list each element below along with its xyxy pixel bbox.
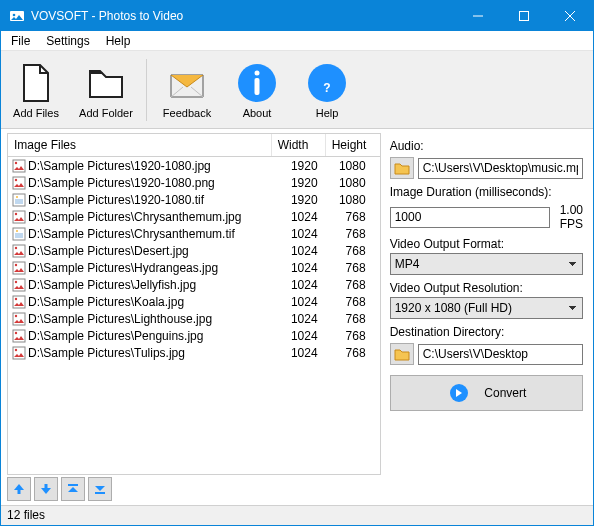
image-file-icon bbox=[12, 295, 26, 309]
col-height[interactable]: Height bbox=[326, 134, 380, 156]
browse-destination-button[interactable] bbox=[390, 343, 414, 365]
status-text: 12 files bbox=[7, 508, 45, 522]
image-file-icon bbox=[12, 193, 26, 207]
close-button[interactable] bbox=[547, 1, 593, 31]
file-height: 1080 bbox=[330, 159, 376, 173]
svg-text:?: ? bbox=[323, 81, 330, 95]
menubar: File Settings Help bbox=[1, 31, 593, 51]
arrow-right-icon bbox=[450, 384, 468, 402]
menu-settings[interactable]: Settings bbox=[38, 32, 97, 50]
titlebar: VOVSOFT - Photos to Video bbox=[1, 1, 593, 31]
browse-audio-button[interactable] bbox=[390, 157, 414, 179]
svg-rect-3 bbox=[520, 12, 529, 21]
menu-help[interactable]: Help bbox=[98, 32, 139, 50]
table-row[interactable]: D:\Sample Pictures\1920-1080.jpg19201080 bbox=[8, 157, 380, 174]
app-icon bbox=[9, 8, 25, 24]
svg-rect-23 bbox=[13, 245, 25, 257]
file-width: 1024 bbox=[282, 278, 330, 292]
file-height: 768 bbox=[330, 261, 376, 275]
svg-point-17 bbox=[16, 196, 18, 198]
file-width: 1024 bbox=[282, 329, 330, 343]
image-file-icon bbox=[12, 176, 26, 190]
svg-point-22 bbox=[16, 230, 18, 232]
svg-point-30 bbox=[15, 297, 17, 299]
file-icon bbox=[14, 61, 58, 105]
move-up-button[interactable] bbox=[7, 477, 31, 501]
svg-rect-29 bbox=[13, 296, 25, 308]
help-button[interactable]: ? Help bbox=[295, 55, 359, 125]
file-width: 1920 bbox=[282, 176, 330, 190]
col-width[interactable]: Width bbox=[272, 134, 326, 156]
file-height: 768 bbox=[330, 329, 376, 343]
duration-label: Image Duration (milliseconds): bbox=[390, 185, 583, 199]
file-path: D:\Sample Pictures\Lighthouse.jpg bbox=[28, 312, 282, 326]
table-row[interactable]: D:\Sample Pictures\1920-1080.png19201080 bbox=[8, 174, 380, 191]
destination-label: Destination Directory: bbox=[390, 325, 583, 339]
move-down-button[interactable] bbox=[34, 477, 58, 501]
image-file-icon bbox=[12, 210, 26, 224]
svg-point-24 bbox=[15, 246, 17, 248]
table-row[interactable]: D:\Sample Pictures\Penguins.jpg1024768 bbox=[8, 327, 380, 344]
move-bottom-button[interactable] bbox=[88, 477, 112, 501]
file-list[interactable]: D:\Sample Pictures\1920-1080.jpg19201080… bbox=[7, 157, 381, 475]
duration-input[interactable] bbox=[390, 207, 550, 228]
svg-rect-38 bbox=[45, 484, 48, 489]
audio-path-input[interactable] bbox=[418, 158, 583, 179]
svg-rect-35 bbox=[13, 347, 25, 359]
image-file-icon bbox=[12, 159, 26, 173]
minimize-button[interactable] bbox=[455, 1, 501, 31]
file-path: D:\Sample Pictures\Jellyfish.jpg bbox=[28, 278, 282, 292]
about-button[interactable]: About bbox=[225, 55, 289, 125]
svg-point-7 bbox=[255, 70, 260, 75]
app-window: VOVSOFT - Photos to Video File Settings … bbox=[0, 0, 594, 526]
feedback-button[interactable]: Feedback bbox=[155, 55, 219, 125]
file-width: 1024 bbox=[282, 227, 330, 241]
svg-rect-37 bbox=[18, 489, 21, 494]
image-file-icon bbox=[12, 227, 26, 241]
file-path: D:\Sample Pictures\1920-1080.jpg bbox=[28, 159, 282, 173]
list-header: Image Files Width Height bbox=[7, 133, 381, 157]
col-name[interactable]: Image Files bbox=[8, 134, 272, 156]
svg-rect-33 bbox=[13, 330, 25, 342]
svg-point-1 bbox=[13, 14, 16, 17]
file-width: 1024 bbox=[282, 210, 330, 224]
table-row[interactable]: D:\Sample Pictures\Chrysanthemum.jpg1024… bbox=[8, 208, 380, 225]
table-row[interactable]: D:\Sample Pictures\Chrysanthemum.tif1024… bbox=[8, 225, 380, 242]
svg-rect-21 bbox=[15, 233, 23, 238]
svg-point-19 bbox=[15, 212, 17, 214]
convert-button[interactable]: Convert bbox=[390, 375, 583, 411]
table-row[interactable]: D:\Sample Pictures\Koala.jpg1024768 bbox=[8, 293, 380, 310]
file-width: 1920 bbox=[282, 159, 330, 173]
file-height: 768 bbox=[330, 244, 376, 258]
fps-label: 1.00 FPS bbox=[560, 203, 583, 231]
move-top-button[interactable] bbox=[61, 477, 85, 501]
destination-input[interactable] bbox=[418, 344, 583, 365]
file-path: D:\Sample Pictures\Chrysanthemum.tif bbox=[28, 227, 282, 241]
svg-point-36 bbox=[15, 348, 17, 350]
table-row[interactable]: D:\Sample Pictures\Tulips.jpg1024768 bbox=[8, 344, 380, 361]
table-row[interactable]: D:\Sample Pictures\1920-1080.tif19201080 bbox=[8, 191, 380, 208]
file-path: D:\Sample Pictures\Desert.jpg bbox=[28, 244, 282, 258]
add-files-button[interactable]: Add Files bbox=[4, 55, 68, 125]
maximize-button[interactable] bbox=[501, 1, 547, 31]
table-row[interactable]: D:\Sample Pictures\Hydrangeas.jpg1024768 bbox=[8, 259, 380, 276]
table-row[interactable]: D:\Sample Pictures\Lighthouse.jpg1024768 bbox=[8, 310, 380, 327]
file-width: 1024 bbox=[282, 244, 330, 258]
menu-file[interactable]: File bbox=[3, 32, 38, 50]
table-row[interactable]: D:\Sample Pictures\Desert.jpg1024768 bbox=[8, 242, 380, 259]
file-height: 768 bbox=[330, 346, 376, 360]
file-width: 1024 bbox=[282, 346, 330, 360]
file-path: D:\Sample Pictures\Chrysanthemum.jpg bbox=[28, 210, 282, 224]
add-folder-button[interactable]: Add Folder bbox=[74, 55, 138, 125]
svg-point-32 bbox=[15, 314, 17, 316]
resolution-select[interactable]: 1920 x 1080 (Full HD) bbox=[390, 297, 583, 319]
question-icon: ? bbox=[305, 61, 349, 105]
format-select[interactable]: MP4 bbox=[390, 253, 583, 275]
toolbar: Add Files Add Folder Feedback About ? He bbox=[1, 51, 593, 129]
svg-rect-11 bbox=[13, 160, 25, 172]
image-file-icon bbox=[12, 261, 26, 275]
table-row[interactable]: D:\Sample Pictures\Jellyfish.jpg1024768 bbox=[8, 276, 380, 293]
info-icon bbox=[235, 61, 279, 105]
svg-rect-25 bbox=[13, 262, 25, 274]
file-path: D:\Sample Pictures\Penguins.jpg bbox=[28, 329, 282, 343]
